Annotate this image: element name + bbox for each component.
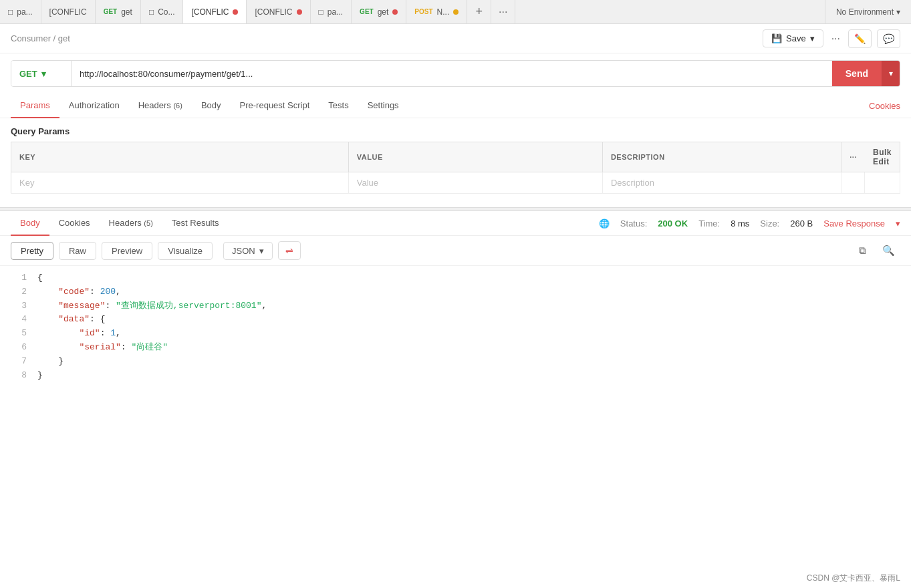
tab-tests[interactable]: Tests (319, 94, 358, 118)
tab-label: [CONFLIC (255, 7, 292, 17)
tab-label: pa... (328, 7, 343, 17)
line-number: 3 (5, 299, 27, 313)
col-header-actions: ··· (841, 142, 865, 172)
code-content: } (37, 355, 906, 369)
method-label: GET (19, 69, 37, 79)
more-options-button[interactable]: ··· (829, 30, 843, 47)
raw-view-button[interactable]: Raw (59, 242, 96, 260)
code-line-3: 3 "message": "查询数据成功,serverport:8001", (0, 299, 911, 313)
tab-conflict-3[interactable]: [CONFLIC (247, 0, 310, 24)
code-line-2: 2 "code": 200, (0, 285, 911, 299)
breadcrumb: Consumer / get (11, 33, 763, 43)
query-params-section: Query Params KEY VALUE DESCRIPTION ··· B… (0, 118, 911, 194)
code-line-5: 5 "id": 1, (0, 327, 911, 341)
tab-label: Co... (158, 7, 174, 17)
tab-conflict-2[interactable]: [CONFLIC (183, 0, 247, 24)
response-tabs: Body Cookies Headers (5) Test Results 🌐 … (0, 211, 911, 236)
tab-collection-2[interactable]: □ Co... (141, 0, 184, 24)
save-dropdown-arrow[interactable]: ▾ (810, 33, 815, 43)
resp-tab-headers[interactable]: Headers (5) (100, 211, 162, 236)
tab-get-2[interactable]: GET get (352, 0, 406, 24)
size-value: 260 B (790, 218, 813, 229)
preview-view-button[interactable]: Preview (102, 242, 152, 260)
tab-collection-3[interactable]: □ pa... (311, 0, 352, 24)
method-dropdown-icon: ▾ (41, 69, 46, 79)
header-bar: Consumer / get 💾 Save ▾ ··· ✏️ 💬 (0, 24, 911, 53)
code-line-4: 4 "data": { (0, 313, 911, 327)
tab-label: pa... (17, 7, 32, 17)
resp-tab-cookies[interactable]: Cookies (49, 211, 100, 236)
method-badge: GET (104, 8, 118, 15)
time-label: Time: (698, 218, 720, 229)
collection-icon: □ (149, 7, 154, 17)
save-response-dropdown[interactable]: ▾ (896, 218, 900, 229)
line-number: 4 (5, 313, 27, 327)
request-tabs: Params Authorization Headers (6) Body Pr… (0, 94, 911, 118)
tab-post-1[interactable]: POST N... (406, 0, 467, 24)
url-bar: GET ▾ Send ▾ (11, 60, 900, 87)
tab-collection-1[interactable]: □ pa... (0, 0, 41, 24)
save-button[interactable]: 💾 Save ▾ (763, 29, 823, 47)
value-cell[interactable]: Value (348, 172, 602, 194)
more-tabs-button[interactable]: ··· (491, 0, 515, 24)
wrap-icon: ⇌ (285, 245, 293, 256)
wrap-button[interactable]: ⇌ (278, 241, 301, 260)
status-label: Status: (620, 218, 647, 229)
status-value: 200 OK (658, 218, 688, 229)
code-line-1: 1 { (0, 271, 911, 285)
resp-tab-testresults[interactable]: Test Results (162, 211, 229, 236)
collection-icon: □ (8, 7, 13, 17)
tab-params[interactable]: Params (11, 94, 59, 118)
resp-tab-body[interactable]: Body (11, 211, 49, 236)
key-cell[interactable]: Key (11, 172, 349, 194)
tab-body[interactable]: Body (192, 94, 231, 118)
tab-headers[interactable]: Headers (6) (129, 94, 192, 118)
search-button[interactable]: 🔍 (877, 242, 900, 259)
add-tab-button[interactable]: + (467, 0, 491, 24)
globe-icon: 🌐 (599, 218, 610, 229)
tab-label: get (121, 7, 132, 17)
status-dot-red (233, 9, 238, 15)
tab-get-1[interactable]: GET get (96, 0, 141, 24)
line-number: 5 (5, 327, 27, 341)
save-icon: 💾 (771, 33, 782, 43)
send-dropdown-button[interactable]: ▾ (882, 61, 900, 86)
save-response-button[interactable]: Save Response (823, 218, 885, 229)
code-content: "message": "查询数据成功,serverport:8001", (37, 299, 906, 313)
tab-settings[interactable]: Settings (358, 94, 408, 118)
visualize-view-button[interactable]: Visualize (158, 242, 213, 260)
collection-icon: □ (319, 7, 323, 17)
method-selector[interactable]: GET ▾ (11, 61, 72, 86)
url-input[interactable] (72, 69, 832, 79)
resp-tab-headers-label: Headers (5) (109, 218, 153, 228)
edit-button[interactable]: ✏️ (848, 29, 872, 48)
environment-selector[interactable]: No Environment ▾ (825, 0, 911, 23)
cookies-label: Cookies (869, 101, 900, 111)
tab-conflict-1[interactable]: [CONFLIC (41, 0, 96, 24)
send-label: Send (845, 68, 868, 79)
line-number: 8 (5, 369, 27, 383)
tab-settings-label: Settings (368, 100, 399, 110)
code-content: } (37, 369, 906, 383)
format-label: JSON (232, 246, 255, 256)
tab-prerequest-label: Pre-request Script (240, 100, 310, 110)
send-button[interactable]: Send (832, 61, 882, 86)
status-dot-orange (453, 9, 459, 15)
desc-cell[interactable]: Description (602, 172, 841, 194)
copy-button[interactable]: ⧉ (854, 242, 872, 259)
col-header-bulk[interactable]: Bulk Edit (865, 142, 900, 172)
tab-prerequest[interactable]: Pre-request Script (231, 94, 319, 118)
col-header-key: KEY (11, 142, 349, 172)
tab-authorization[interactable]: Authorization (59, 94, 129, 118)
method-badge: POST (414, 8, 432, 15)
pretty-view-button[interactable]: Pretty (11, 242, 53, 260)
format-selector[interactable]: JSON ▾ (223, 242, 273, 260)
response-status: 🌐 Status: 200 OK Time: 8 ms Size: 260 B … (599, 218, 900, 229)
col-header-desc: DESCRIPTION (602, 142, 841, 172)
cookies-link[interactable]: Cookies (869, 94, 900, 118)
tab-body-label: Body (201, 100, 221, 110)
size-label: Size: (760, 218, 779, 229)
comments-button[interactable]: 💬 (877, 29, 900, 48)
method-badge: GET (360, 8, 374, 15)
tab-params-label: Params (20, 100, 50, 110)
